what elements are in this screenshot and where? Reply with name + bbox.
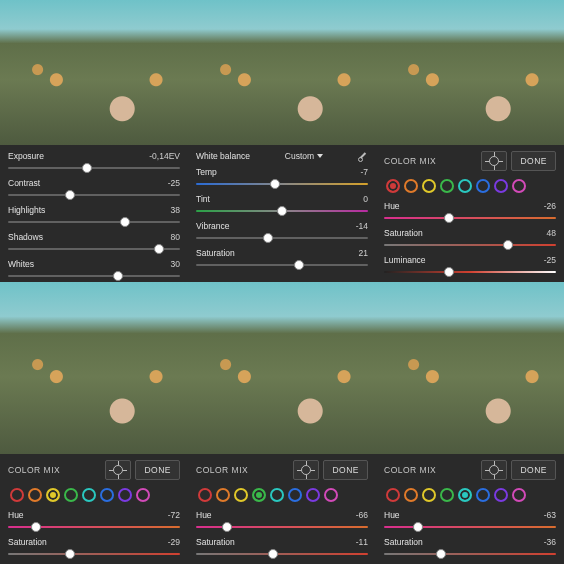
highlights-slider[interactable] xyxy=(8,216,180,228)
luminance-slider[interactable] xyxy=(384,266,556,278)
slider-thumb[interactable] xyxy=(222,522,232,532)
color-mix-actions: DONE xyxy=(293,460,368,480)
color-swatch[interactable] xyxy=(404,179,418,193)
exposure-slider[interactable] xyxy=(8,162,180,174)
slider-head: Saturation-36 xyxy=(384,537,556,547)
done-button[interactable]: DONE xyxy=(135,460,180,480)
color-swatch[interactable] xyxy=(306,488,320,502)
saturation-slider-row: Saturation21 xyxy=(196,248,368,271)
slider-thumb[interactable] xyxy=(113,271,123,281)
hue-slider[interactable] xyxy=(384,521,556,533)
color-swatch[interactable] xyxy=(234,488,248,502)
editor-panel: Exposure-0,14EVContrast-25Highlights38Sh… xyxy=(0,0,188,282)
saturation-slider[interactable] xyxy=(384,239,556,251)
color-swatch[interactable] xyxy=(386,179,400,193)
slider-thumb[interactable] xyxy=(82,163,92,173)
slider-thumb[interactable] xyxy=(294,260,304,270)
exposure-slider-row: Exposure-0,14EV xyxy=(8,151,180,174)
saturation-value: -29 xyxy=(168,537,180,547)
color-swatch[interactable] xyxy=(440,488,454,502)
color-swatch[interactable] xyxy=(476,179,490,193)
tint-slider[interactable] xyxy=(196,205,368,217)
color-swatch[interactable] xyxy=(64,488,78,502)
color-swatch[interactable] xyxy=(216,488,230,502)
saturation-slider-row: Saturation-29 xyxy=(8,537,180,560)
target-adjust-button[interactable] xyxy=(481,460,507,480)
color-swatch[interactable] xyxy=(494,488,508,502)
saturation-slider[interactable] xyxy=(196,548,368,560)
preview-image xyxy=(0,0,188,145)
slider-track-line xyxy=(384,271,556,273)
slider-track-line xyxy=(384,217,556,219)
slider-thumb[interactable] xyxy=(154,244,164,254)
done-button[interactable]: DONE xyxy=(511,151,556,171)
slider-thumb[interactable] xyxy=(65,549,75,559)
color-swatch[interactable] xyxy=(136,488,150,502)
slider-thumb[interactable] xyxy=(277,206,287,216)
slider-thumb[interactable] xyxy=(444,213,454,223)
saturation-slider[interactable] xyxy=(384,548,556,560)
color-swatch[interactable] xyxy=(198,488,212,502)
slider-thumb[interactable] xyxy=(436,549,446,559)
color-swatch[interactable] xyxy=(270,488,284,502)
color-swatch[interactable] xyxy=(458,488,472,502)
color-swatch[interactable] xyxy=(494,179,508,193)
color-swatch[interactable] xyxy=(476,488,490,502)
slider-thumb[interactable] xyxy=(120,217,130,227)
saturation-slider[interactable] xyxy=(8,548,180,560)
hue-slider[interactable] xyxy=(8,521,180,533)
color-swatch[interactable] xyxy=(440,179,454,193)
color-swatch[interactable] xyxy=(386,488,400,502)
contrast-slider[interactable] xyxy=(8,189,180,201)
contrast-label: Contrast xyxy=(8,178,40,188)
slider-thumb[interactable] xyxy=(65,190,75,200)
color-swatch[interactable] xyxy=(118,488,132,502)
hue-label: Hue xyxy=(8,510,24,520)
color-swatch[interactable] xyxy=(46,488,60,502)
slider-thumb[interactable] xyxy=(503,240,513,250)
color-mix-title: COLOR MIX xyxy=(384,156,436,166)
slider-thumb[interactable] xyxy=(263,233,273,243)
color-swatch[interactable] xyxy=(324,488,338,502)
target-adjust-button[interactable] xyxy=(293,460,319,480)
target-adjust-button[interactable] xyxy=(105,460,131,480)
controls-area: COLOR MIXDONEHue-26Saturation48Luminance… xyxy=(376,145,564,282)
target-adjust-button[interactable] xyxy=(481,151,507,171)
slider-thumb[interactable] xyxy=(413,522,423,532)
eyedropper-icon[interactable] xyxy=(358,151,368,161)
white-balance-mode-select[interactable]: Custom xyxy=(285,151,323,161)
color-swatch[interactable] xyxy=(28,488,42,502)
hue-value: -66 xyxy=(356,510,368,520)
color-swatch[interactable] xyxy=(422,179,436,193)
done-button[interactable]: DONE xyxy=(323,460,368,480)
color-swatch[interactable] xyxy=(458,179,472,193)
hue-slider[interactable] xyxy=(196,521,368,533)
hue-slider[interactable] xyxy=(384,212,556,224)
color-swatch[interactable] xyxy=(404,488,418,502)
saturation-label: Saturation xyxy=(196,248,235,258)
whites-slider[interactable] xyxy=(8,270,180,282)
color-swatch[interactable] xyxy=(288,488,302,502)
highlights-label: Highlights xyxy=(8,205,45,215)
shadows-slider[interactable] xyxy=(8,243,180,255)
done-button[interactable]: DONE xyxy=(511,460,556,480)
slider-thumb[interactable] xyxy=(444,267,454,277)
color-swatch[interactable] xyxy=(422,488,436,502)
slider-thumb[interactable] xyxy=(270,179,280,189)
color-swatch[interactable] xyxy=(82,488,96,502)
saturation-slider[interactable] xyxy=(196,259,368,271)
slider-thumb[interactable] xyxy=(268,549,278,559)
slider-thumb[interactable] xyxy=(31,522,41,532)
shadows-value: 80 xyxy=(171,232,180,242)
color-swatch[interactable] xyxy=(100,488,114,502)
shadows-label: Shadows xyxy=(8,232,43,242)
luminance-slider-row: Luminance-25 xyxy=(384,255,556,278)
color-swatch[interactable] xyxy=(252,488,266,502)
color-mix-title: COLOR MIX xyxy=(8,465,60,475)
preview-image xyxy=(188,0,376,145)
vibrance-slider[interactable] xyxy=(196,232,368,244)
color-swatch[interactable] xyxy=(512,488,526,502)
color-swatch[interactable] xyxy=(10,488,24,502)
temp-slider[interactable] xyxy=(196,178,368,190)
color-swatch[interactable] xyxy=(512,179,526,193)
